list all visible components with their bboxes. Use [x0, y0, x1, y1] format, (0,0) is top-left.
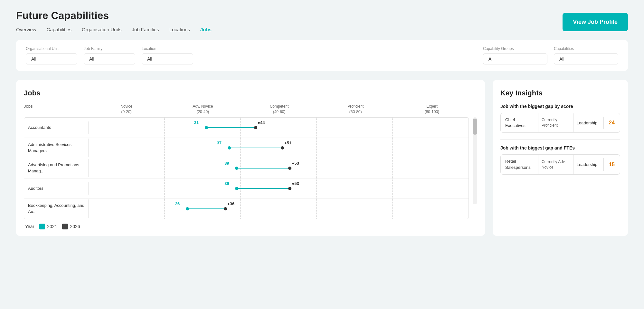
chart-grid	[89, 199, 469, 219]
job-family-label: Job Family	[84, 46, 135, 51]
grid-cell	[89, 199, 165, 219]
legend-dark-box	[62, 224, 68, 229]
nav-org-units[interactable]: Organisation Units	[82, 27, 121, 34]
page-title: Future Capabilities	[16, 10, 212, 22]
org-unit-label: Organisational Unit	[26, 46, 77, 51]
line-connector	[229, 148, 282, 148]
dot-end	[281, 146, 284, 150]
chart-body: Accountants31●44Administrative Services …	[24, 117, 469, 219]
divider	[500, 139, 620, 140]
row-chart: 39●53	[89, 158, 469, 178]
biggest-gap-score-section: Job with the biggest gap by score Chief …	[500, 104, 620, 133]
capabilities-filter: Capabilities All	[554, 46, 618, 64]
gap-fte-capability: Leadership	[573, 158, 604, 171]
chart-header: Jobs Novice (0-20) Adv. Novice (20-40) C…	[24, 104, 477, 115]
gap-score-status: Currently Proficient	[538, 113, 573, 132]
org-unit-filter: Organisational Unit All	[26, 46, 77, 64]
col-headers: Novice (0-20) Adv. Novice (20-40) Compet…	[88, 104, 470, 115]
filters-row: Organisational Unit All Job Family All L…	[16, 40, 628, 71]
location-value[interactable]: All	[142, 53, 193, 64]
grid-cell	[317, 138, 393, 158]
job-family-value[interactable]: All	[84, 53, 135, 64]
chart-row: Auditors39●53	[24, 179, 469, 199]
legend-2026: 2026	[62, 224, 80, 229]
capability-groups-label: Capability Groups	[483, 46, 547, 51]
scroll-spacer	[470, 104, 477, 115]
nav-overview[interactable]: Overview	[16, 27, 36, 34]
capabilities-label: Capabilities	[554, 46, 618, 51]
line-connector	[237, 188, 290, 189]
gap-score-value: 24	[604, 116, 620, 130]
legend-teal-box	[39, 224, 45, 229]
gap-score-job: Chief Executives	[501, 113, 538, 132]
grid-cell	[89, 118, 165, 138]
grid-cell	[89, 158, 165, 178]
nav-locations[interactable]: Locations	[169, 27, 190, 34]
chart-grid	[89, 118, 469, 138]
col-adv-novice: Adv. Novice (20-40)	[165, 104, 241, 115]
col-expert: Expert (80-100)	[394, 104, 470, 115]
gap-fte-value: 15	[604, 158, 620, 171]
legend-year2: 2026	[70, 224, 80, 229]
grid-cell	[165, 179, 241, 198]
col-competent: Competent (40-60)	[241, 104, 317, 115]
chart-legend: Year 2021 2026	[24, 224, 477, 229]
nav-jobs[interactable]: Jobs	[200, 27, 212, 34]
chart-row: Administrative Services Managers37●51	[24, 138, 469, 158]
dot-start	[235, 187, 238, 190]
chart-row: Bookkeeping, Accounting, and Au..26●36	[24, 199, 469, 219]
grid-cell	[393, 138, 469, 158]
insights-panel: Key Insights Job with the biggest gap by…	[493, 80, 628, 236]
nav-capabilities[interactable]: Capabilities	[47, 27, 72, 34]
grid-cell	[393, 179, 469, 198]
row-label: Bookkeeping, Accounting, and Au..	[24, 199, 89, 217]
chart-scrollbar[interactable]	[473, 117, 477, 204]
grid-cell	[393, 118, 469, 138]
location-filter: Location All	[142, 46, 193, 64]
dot-start	[235, 167, 238, 170]
dot-end	[254, 126, 257, 129]
jobs-panel-title: Jobs	[24, 89, 477, 97]
year-label: Year	[25, 224, 34, 229]
row-label: Advertising and Promotions Manag..	[24, 159, 89, 177]
grid-cell	[241, 199, 317, 219]
page: Future Capabilities Overview Capabilitie…	[0, 0, 644, 309]
row-label: Accountants	[24, 121, 89, 134]
dot-start	[228, 146, 231, 150]
capability-groups-value[interactable]: All	[483, 53, 547, 64]
biggest-gap-score-label: Job with the biggest gap by score	[500, 104, 620, 109]
grid-cell	[317, 199, 393, 219]
chart-row: Advertising and Promotions Manag..39●53	[24, 158, 469, 179]
org-unit-value[interactable]: All	[26, 53, 77, 64]
label-start: 37	[217, 140, 222, 145]
dot-end	[224, 207, 227, 210]
chart-main: Accountants31●44Administrative Services …	[24, 117, 469, 219]
dot-start	[186, 207, 189, 210]
gap-score-capability: Leadership	[573, 117, 604, 129]
dot-end	[288, 187, 291, 190]
biggest-gap-fte-section: Job with the biggest gap and FTEs Retail…	[500, 145, 620, 174]
capabilities-value[interactable]: All	[554, 53, 618, 64]
grid-cell	[317, 179, 393, 198]
scrollbar-thumb[interactable]	[473, 119, 477, 135]
row-label: Administrative Services Managers	[24, 139, 89, 157]
grid-cell	[89, 179, 165, 198]
row-chart: 26●36	[89, 199, 469, 219]
job-family-filter: Job Family All	[84, 46, 135, 64]
jobs-panel: Jobs Jobs Novice (0-20) Adv. Novice (20-…	[16, 80, 485, 236]
biggest-gap-score-card: Chief Executives Currently Proficient Le…	[500, 113, 620, 133]
nav-job-families[interactable]: Job Families	[132, 27, 159, 34]
view-job-profile-button[interactable]: View Job Profile	[563, 13, 628, 31]
line-connector	[237, 168, 290, 169]
label-start: 39	[224, 181, 229, 186]
row-label: Auditors	[24, 182, 89, 195]
content-area: Jobs Jobs Novice (0-20) Adv. Novice (20-…	[16, 80, 628, 236]
legend-2021: 2021	[39, 224, 57, 229]
col-jobs-header: Jobs	[24, 104, 88, 115]
dot-end	[288, 167, 291, 170]
header: Future Capabilities Overview Capabilitie…	[16, 10, 628, 34]
row-chart: 39●53	[89, 179, 469, 198]
label-end: ●51	[284, 140, 291, 145]
col-proficient: Proficient (60-80)	[317, 104, 394, 115]
label-start: 31	[194, 120, 199, 125]
